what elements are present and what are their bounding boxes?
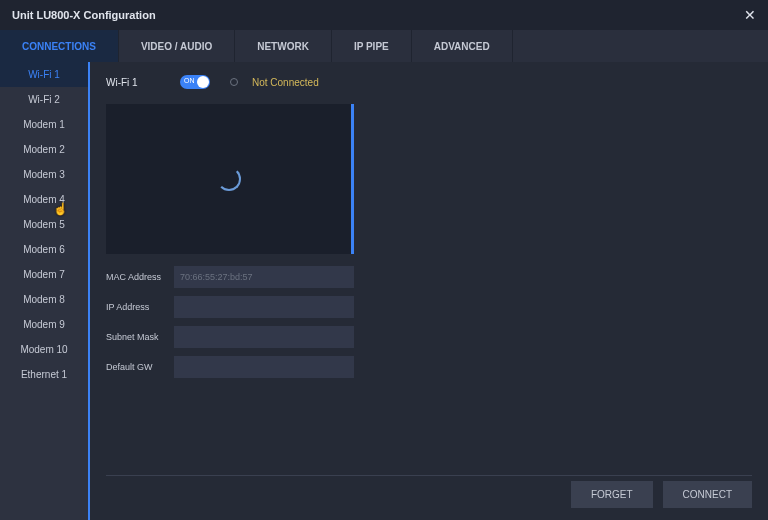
sidebar-item-modem-9[interactable]: Modem 9 bbox=[0, 312, 88, 337]
sidebar-item-modem-4[interactable]: Modem 4 bbox=[0, 187, 88, 212]
sidebar-item-modem-6[interactable]: Modem 6 bbox=[0, 237, 88, 262]
connection-status: Not Connected bbox=[252, 77, 319, 88]
config-window: Unit LU800-X Configuration ✕ CONNECTIONS… bbox=[0, 0, 768, 520]
subnet-input[interactable] bbox=[174, 326, 354, 348]
tab-ip-pipe[interactable]: IP PIPE bbox=[332, 30, 412, 62]
wifi-toggle[interactable] bbox=[180, 75, 210, 89]
field-ip: IP Address bbox=[106, 296, 354, 318]
sidebar-item-wifi-2[interactable]: Wi-Fi 2 bbox=[0, 87, 88, 112]
network-preview bbox=[106, 104, 354, 254]
mac-label: MAC Address bbox=[106, 272, 168, 282]
sidebar-item-modem-1[interactable]: Modem 1 bbox=[0, 112, 88, 137]
sidebar-item-ethernet-1[interactable]: Ethernet 1 bbox=[0, 362, 88, 387]
ip-label: IP Address bbox=[106, 302, 168, 312]
tab-video-audio[interactable]: VIDEO / AUDIO bbox=[119, 30, 235, 62]
gw-input[interactable] bbox=[174, 356, 354, 378]
field-subnet: Subnet Mask bbox=[106, 326, 354, 348]
loading-spinner-icon bbox=[217, 167, 241, 191]
field-gw: Default GW bbox=[106, 356, 354, 378]
network-fields: MAC Address IP Address Subnet Mask Defau… bbox=[106, 266, 354, 378]
sidebar-item-modem-5[interactable]: Modem 5 bbox=[0, 212, 88, 237]
status-indicator-icon bbox=[230, 78, 238, 86]
mac-input[interactable] bbox=[174, 266, 354, 288]
tab-advanced[interactable]: ADVANCED bbox=[412, 30, 513, 62]
window-title: Unit LU800-X Configuration bbox=[12, 9, 156, 21]
body: Wi-Fi 1 Wi-Fi 2 Modem 1 Modem 2 Modem 3 … bbox=[0, 62, 768, 520]
forget-button[interactable]: FORGET bbox=[571, 481, 653, 508]
connection-sidebar: Wi-Fi 1 Wi-Fi 2 Modem 1 Modem 2 Modem 3 … bbox=[0, 62, 90, 520]
subnet-label: Subnet Mask bbox=[106, 332, 168, 342]
sidebar-item-modem-8[interactable]: Modem 8 bbox=[0, 287, 88, 312]
main-tabs: CONNECTIONS VIDEO / AUDIO NETWORK IP PIP… bbox=[0, 30, 768, 62]
connection-header: Wi-Fi 1 Not Connected bbox=[106, 70, 752, 94]
content-panel: Wi-Fi 1 Not Connected MAC Address IP Add… bbox=[90, 62, 768, 520]
connection-name: Wi-Fi 1 bbox=[106, 77, 166, 88]
sidebar-item-modem-7[interactable]: Modem 7 bbox=[0, 262, 88, 287]
sidebar-item-modem-3[interactable]: Modem 3 bbox=[0, 162, 88, 187]
footer-actions: FORGET CONNECT bbox=[571, 471, 752, 508]
tab-network[interactable]: NETWORK bbox=[235, 30, 332, 62]
field-mac: MAC Address bbox=[106, 266, 354, 288]
sidebar-item-wifi-1[interactable]: Wi-Fi 1 bbox=[0, 62, 88, 87]
sidebar-item-modem-10[interactable]: Modem 10 bbox=[0, 337, 88, 362]
sidebar-item-modem-2[interactable]: Modem 2 bbox=[0, 137, 88, 162]
tab-connections[interactable]: CONNECTIONS bbox=[0, 30, 119, 62]
close-icon[interactable]: ✕ bbox=[744, 7, 756, 23]
gw-label: Default GW bbox=[106, 362, 168, 372]
ip-input[interactable] bbox=[174, 296, 354, 318]
connect-button[interactable]: CONNECT bbox=[663, 481, 752, 508]
titlebar: Unit LU800-X Configuration ✕ bbox=[0, 0, 768, 30]
